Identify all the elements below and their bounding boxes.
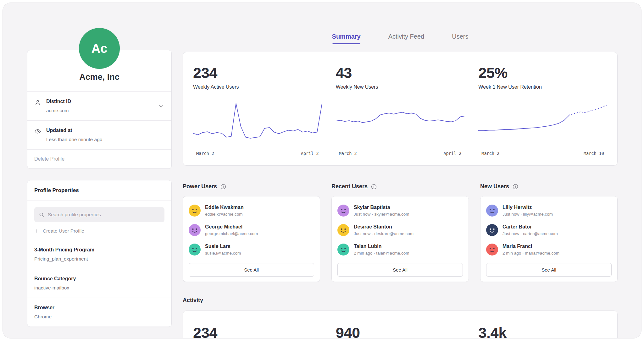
property-row-bounce-category[interactable]: Bounce Category inactive-mailbox <box>27 269 171 298</box>
power-users-card: Eddie Kwakman eddie.k@acme.com George Mi… <box>183 196 320 282</box>
property-row-pricing-program[interactable]: 3-Month Pricing Program Pricing_plan_exp… <box>27 240 171 269</box>
user-row[interactable]: Desirae Stanton Just now · desirare@acme… <box>337 224 463 236</box>
user-row[interactable]: Talan Lubin 2 min ago · talan@acme.com <box>337 244 463 256</box>
property-label: Bounce Category <box>34 276 164 282</box>
person-icon <box>34 99 41 106</box>
profile-sidebar: Ac Acme, Inc Distinct ID acme.com <box>27 3 172 327</box>
updated-at-value: Less than one minute ago <box>46 137 102 142</box>
week1-retention-chart <box>478 102 607 143</box>
see-all-button[interactable]: See All <box>337 263 463 277</box>
user-name: Lilly Herwitz <box>502 205 553 210</box>
create-user-profile-label: Create User Profile <box>43 228 84 234</box>
distinct-id-label: Distinct ID <box>46 99 71 104</box>
stat-value: 234 <box>193 324 322 338</box>
user-meta: susie.l@acme.com <box>205 251 241 256</box>
weekly-active-users-chart <box>193 102 322 143</box>
user-avatar <box>486 205 498 217</box>
distinct-id-value: acme.com <box>46 108 71 113</box>
app-frame: Ac Acme, Inc Distinct ID acme.com <box>3 3 641 338</box>
property-value: Pricing_plan_experiment <box>34 256 164 262</box>
stat-value: 940 <box>336 324 465 338</box>
chart-x-axis: March 2 April 2 <box>193 151 322 156</box>
user-row[interactable]: Lilly Herwitz Just now · lilly@acme.com <box>486 205 612 217</box>
updated-at-label: Updated at <box>46 128 102 133</box>
user-info: Susie Lars susie.l@acme.com <box>205 244 241 256</box>
user-row[interactable]: George Michael george.michael@acme.com <box>189 224 314 236</box>
user-meta: george.michael@acme.com <box>205 231 258 236</box>
info-icon[interactable] <box>220 184 226 190</box>
user-name: Eddie Kwakman <box>205 205 244 210</box>
eye-icon <box>34 128 41 135</box>
profile-properties-title: Profile Properties <box>27 180 171 201</box>
axis-end-label: April 2 <box>443 151 461 156</box>
user-row[interactable]: Skylar Baptista Just now · skyler@acme.c… <box>337 205 463 217</box>
user-avatar <box>189 244 201 256</box>
chart-x-axis: March 2 March 10 <box>478 151 607 156</box>
user-info: Lilly Herwitz Just now · lilly@acme.com <box>502 205 553 217</box>
user-avatar <box>189 224 201 236</box>
activity-stat: 3.4k <box>478 324 607 338</box>
new-users-card: Lilly Herwitz Just now · lilly@acme.com … <box>480 196 618 282</box>
plus-icon <box>34 228 39 234</box>
delete-profile-button[interactable]: Delete Profile <box>27 149 171 168</box>
activity-stat: 940 <box>336 324 465 338</box>
search-input[interactable] <box>48 212 160 217</box>
activity-section-title: Activity <box>183 297 618 304</box>
see-all-button[interactable]: See All <box>486 263 612 277</box>
property-value: Chrome <box>34 314 164 320</box>
section-title: Power Users <box>183 183 217 190</box>
user-info: Desirae Stanton Just now · desirare@acme… <box>354 224 414 236</box>
axis-start-label: March 2 <box>339 151 357 156</box>
stat-value: 234 <box>193 64 322 81</box>
axis-start-label: March 2 <box>196 151 214 156</box>
create-user-profile-button[interactable]: Create User Profile <box>27 222 171 240</box>
user-name: Desirae Stanton <box>354 224 414 230</box>
section-title: Recent Users <box>331 183 368 190</box>
stat-value: 3.4k <box>478 324 607 338</box>
recent-users-section: Recent Users Skylar Baptista Just now · … <box>331 183 469 282</box>
tab-summary[interactable]: Summary <box>332 33 361 44</box>
user-name: Maria Franci <box>502 244 559 249</box>
user-meta: Just now · lilly@acme.com <box>502 212 553 217</box>
user-row[interactable]: Maria Franci 2 min ago · maria@acme.com <box>486 244 612 256</box>
updated-at-row: Updated at Less than one minute ago <box>27 120 171 149</box>
user-info: George Michael george.michael@acme.com <box>205 224 258 236</box>
chart-x-axis: March 2 April 2 <box>336 151 465 156</box>
info-icon[interactable] <box>513 184 518 190</box>
tab-activity-feed[interactable]: Activity Feed <box>388 33 424 44</box>
user-name: Skylar Baptista <box>354 205 409 210</box>
stat-label: Weekly New Users <box>336 84 465 90</box>
property-label: Browser <box>34 305 164 311</box>
updated-at-field: Updated at Less than one minute ago <box>46 128 102 142</box>
axis-end-label: March 10 <box>584 151 604 156</box>
info-icon[interactable] <box>371 184 377 190</box>
property-value: inactive-mailbox <box>34 285 164 291</box>
user-name: Carter Bator <box>502 224 558 230</box>
user-row[interactable]: Carter Bator Just now · carter@acme.com <box>486 224 612 236</box>
user-row[interactable]: Susie Lars susie.l@acme.com <box>189 244 314 256</box>
property-row-browser[interactable]: Browser Chrome <box>27 298 171 327</box>
user-meta: Just now · carter@acme.com <box>502 231 558 236</box>
tab-users[interactable]: Users <box>452 33 468 44</box>
company-avatar-initials: Ac <box>91 41 107 56</box>
user-avatar <box>189 205 201 217</box>
chevron-down-icon[interactable] <box>158 103 164 109</box>
search-icon <box>39 212 44 217</box>
user-meta: Just now · desirare@acme.com <box>354 231 414 236</box>
user-avatar <box>337 244 349 256</box>
weekly-new-users-chart <box>336 102 465 143</box>
search-wrap <box>27 201 171 222</box>
user-name: George Michael <box>205 224 258 230</box>
distinct-id-row[interactable]: Distinct ID acme.com <box>27 91 171 120</box>
user-sections: Power Users Eddie Kwakman eddie.k@acme.c… <box>183 183 618 282</box>
summary-stats-card: 234 Weekly Active Users March 2 April 2 … <box>183 52 618 166</box>
search-box <box>34 207 164 222</box>
user-info: Skylar Baptista Just now · skyler@acme.c… <box>354 205 409 217</box>
section-header: Recent Users <box>331 183 469 190</box>
user-meta: Just now · skyler@acme.com <box>354 212 409 217</box>
axis-end-label: April 2 <box>301 151 319 156</box>
user-row[interactable]: Eddie Kwakman eddie.k@acme.com <box>189 205 314 217</box>
user-meta: 2 min ago · talan@acme.com <box>354 251 409 256</box>
user-avatar <box>486 224 498 236</box>
see-all-button[interactable]: See All <box>189 263 314 277</box>
